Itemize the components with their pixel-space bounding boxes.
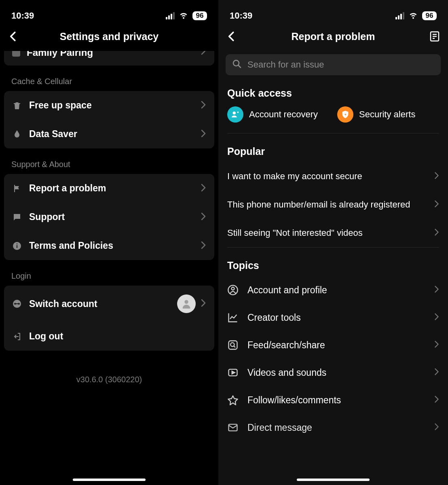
topic-item-label: Direct message — [247, 422, 312, 433]
home-indicator[interactable] — [297, 479, 370, 481]
battery-indicator: 96 — [192, 11, 207, 20]
svg-rect-14 — [229, 341, 237, 349]
topic-item-label: Feed/search/share — [247, 340, 325, 351]
wifi-icon — [408, 10, 418, 22]
list-item-family-pairing[interactable]: Family Pairing — [4, 51, 214, 66]
list-item-label: Data Saver — [29, 129, 77, 140]
topic-item-account-profile[interactable]: Account and profile — [218, 276, 448, 304]
list-item-switch-account[interactable]: Switch account — [4, 286, 214, 322]
status-indicators: 96 — [395, 10, 437, 22]
topic-item-videos-sounds[interactable]: Videos and sounds — [218, 359, 448, 386]
status-time: 10:39 — [230, 11, 252, 21]
chevron-right-icon — [434, 368, 439, 377]
data-saver-icon — [12, 129, 22, 139]
chevron-right-icon — [201, 101, 206, 110]
section-title-login: Login — [0, 260, 218, 286]
quick-item-label: Security alerts — [359, 109, 415, 120]
popular-item-label: Still seeing "Not interested" videos — [227, 228, 367, 238]
topic-item-label: Follow/likes/comments — [247, 395, 341, 406]
svg-marker-18 — [232, 371, 235, 374]
chevron-right-icon — [434, 229, 439, 237]
message-icon — [227, 422, 239, 433]
chevron-right-icon — [434, 172, 439, 181]
topic-item-label: Creator tools — [247, 312, 301, 323]
header: Report a problem — [218, 24, 448, 49]
cellular-signal-icon — [395, 12, 404, 19]
chevron-right-icon — [434, 423, 439, 432]
topic-item-feed-search-share[interactable]: Feed/search/share — [218, 331, 448, 359]
list-item-label: Family Pairing — [27, 51, 93, 58]
status-time: 10:39 — [11, 11, 34, 21]
reports-button[interactable] — [429, 30, 441, 42]
chevron-right-icon — [201, 241, 206, 251]
back-button[interactable] — [226, 30, 238, 42]
search-field[interactable] — [226, 54, 441, 75]
section-title-quick-access: Quick access — [218, 75, 448, 104]
chevron-right-icon — [201, 51, 206, 57]
analytics-icon — [227, 312, 239, 323]
cellular-signal-icon — [166, 12, 175, 19]
section-title-cache: Cache & Cellular — [0, 66, 218, 91]
back-button[interactable] — [7, 30, 19, 42]
home-indicator[interactable] — [73, 479, 146, 481]
security-alerts-icon — [337, 106, 353, 123]
list-item-data-saver[interactable]: Data Saver — [4, 120, 214, 148]
svg-rect-2 — [17, 244, 17, 244]
status-bar: 10:39 96 — [218, 0, 448, 24]
list-item-label: Free up space — [29, 100, 92, 111]
topic-item-follow-likes-comments[interactable]: Follow/likes/comments — [218, 386, 448, 414]
profile-icon — [227, 284, 239, 296]
svg-rect-1 — [17, 245, 17, 248]
list-item-log-out[interactable]: Log out — [4, 322, 214, 351]
list-item-terms-policies[interactable]: Terms and Policies — [4, 231, 214, 260]
status-indicators: 96 — [166, 10, 207, 22]
card-cache: Free up space Data Saver — [4, 91, 214, 148]
search-icon — [232, 59, 242, 70]
popular-item-secure-account[interactable]: I want to make my account secure — [218, 162, 448, 191]
chevron-right-icon — [201, 212, 206, 222]
chevron-right-icon — [201, 184, 206, 193]
card-login: Switch account Log out — [4, 286, 214, 351]
video-icon — [227, 367, 239, 378]
popular-item-not-interested[interactable]: Still seeing "Not interested" videos — [218, 219, 448, 247]
list-item-label: Terms and Policies — [29, 240, 113, 251]
settings-screen: 10:39 96 Settings and privacy Family Pai… — [0, 0, 218, 485]
svg-point-11 — [233, 112, 236, 114]
svg-point-4 — [184, 300, 188, 304]
account-recovery-icon — [227, 106, 243, 123]
list-item-support[interactable]: Support — [4, 203, 214, 231]
chevron-right-icon — [201, 299, 206, 309]
topic-item-direct-message[interactable]: Direct message — [218, 414, 448, 441]
logout-icon — [12, 332, 22, 341]
list-item-label: Report a problem — [29, 183, 106, 194]
quick-item-account-recovery[interactable]: Account recovery — [227, 106, 329, 123]
quick-access-row: Account recovery Security alerts — [218, 104, 448, 133]
list-item-report-problem[interactable]: Report a problem — [4, 174, 214, 203]
chevron-right-icon — [434, 313, 439, 322]
topic-item-label: Videos and sounds — [247, 367, 326, 378]
chevron-right-icon — [434, 286, 439, 294]
quick-item-label: Account recovery — [249, 109, 318, 120]
chevron-right-icon — [434, 396, 439, 405]
section-title-support: Support & About — [0, 148, 218, 174]
topic-item-label: Account and profile — [247, 285, 327, 296]
switch-account-icon — [12, 299, 22, 309]
popular-item-label: I want to make my account secure — [227, 171, 366, 182]
chevron-right-icon — [434, 200, 439, 209]
popular-item-label: This phone number/email is already regis… — [227, 199, 414, 210]
list-item-label: Log out — [29, 331, 63, 342]
battery-indicator: 96 — [422, 11, 437, 20]
topic-item-creator-tools[interactable]: Creator tools — [218, 304, 448, 331]
header: Settings and privacy — [0, 24, 218, 49]
search-square-icon — [227, 339, 239, 351]
search-input[interactable] — [247, 59, 434, 70]
list-item-free-up-space[interactable]: Free up space — [4, 91, 214, 120]
info-icon — [12, 241, 22, 251]
status-bar: 10:39 96 — [0, 0, 218, 24]
flag-icon — [12, 184, 22, 193]
popular-item-already-registered[interactable]: This phone number/email is already regis… — [218, 191, 448, 219]
version-label: v30.6.0 (3060220) — [0, 351, 218, 384]
report-problem-screen: 10:39 96 Report a problem Quick access — [218, 0, 448, 485]
quick-item-security-alerts[interactable]: Security alerts — [337, 106, 439, 123]
chevron-right-icon — [201, 129, 206, 139]
